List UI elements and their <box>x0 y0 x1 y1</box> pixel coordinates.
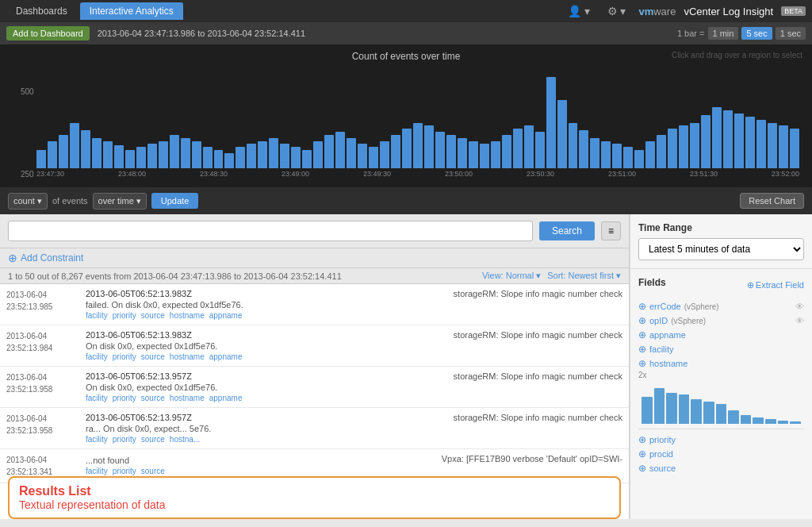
tag-link[interactable]: priority <box>113 435 136 444</box>
view-control[interactable]: View: Normal ▾ <box>482 271 541 281</box>
chart-bar <box>181 138 190 168</box>
add-to-dashboard-button[interactable]: Add to Dashboard <box>6 26 90 40</box>
sort-control[interactable]: Sort: Newest first ▾ <box>547 271 621 281</box>
tag-link[interactable]: source <box>141 311 165 320</box>
table-row[interactable]: 2013-06-0423:52:13.984 2013-06-05T06:52:… <box>0 325 629 367</box>
field-plus-icon[interactable]: ⊕ <box>638 301 646 312</box>
field-plus-icon[interactable]: ⊕ <box>638 329 646 340</box>
list-item: ⊕ hostname <box>638 356 804 371</box>
chart-bar <box>645 141 655 169</box>
bar-option-1sec[interactable]: 1 sec <box>776 27 806 40</box>
chart-bar <box>247 144 256 168</box>
table-row[interactable]: 2013-06-0423:52:13.958 2013-06-05T06:52:… <box>0 408 629 449</box>
search-button[interactable]: Search <box>539 221 595 240</box>
filter-button[interactable]: ≡ <box>601 221 621 240</box>
chart-bars[interactable] <box>33 65 802 168</box>
result-message: ...not found facilityprioritysource <box>86 454 434 478</box>
chart-bar <box>491 141 500 169</box>
result-timestamp: 2013-06-0423:52:13.958 <box>6 371 78 402</box>
nav-tab-interactive-analytics[interactable]: Interactive Analytics <box>80 2 183 20</box>
x-label: 23:50:30 <box>527 170 554 178</box>
search-input[interactable] <box>8 221 533 241</box>
result-message: 2013-06-05T06:52:13.957Z On disk 0x0, ex… <box>86 371 446 402</box>
tag-link[interactable]: facility <box>86 394 108 402</box>
chart-bar <box>48 141 57 169</box>
tag-link[interactable]: hostname <box>170 352 205 361</box>
tag-link[interactable]: appname <box>209 311 243 320</box>
bar-option-1min[interactable]: 1 min <box>708 27 739 40</box>
tag-link[interactable]: source <box>141 467 165 475</box>
tag-link[interactable]: facility <box>86 435 108 444</box>
field-plus-icon[interactable]: ⊕ <box>638 344 646 355</box>
tag-link[interactable]: facility <box>86 467 108 475</box>
chart-bar <box>679 125 688 168</box>
tag-link[interactable]: hostna... <box>170 435 200 444</box>
mini-chart-bar <box>753 417 764 424</box>
mini-chart-label: 2x <box>638 371 804 379</box>
field-name[interactable]: appname <box>649 330 686 340</box>
eye-icon[interactable]: 👁 <box>795 302 804 311</box>
field-name[interactable]: priority <box>649 435 676 444</box>
field-plus-icon[interactable]: ⊕ <box>638 315 646 326</box>
results-list[interactable]: 2013-06-0423:52:13.985 2013-06-05T06:52:… <box>0 284 629 519</box>
result-timestamp: 2013-06-0423:52:13.341 <box>6 454 78 478</box>
tag-link[interactable]: facility <box>86 311 108 320</box>
tag-link[interactable]: hostname <box>170 311 205 320</box>
tag-link[interactable]: appname <box>209 352 243 361</box>
table-row[interactable]: 2013-06-0423:52:13.985 2013-06-05T06:52:… <box>0 284 629 325</box>
tag-link[interactable]: priority <box>113 394 136 402</box>
field-name[interactable]: source <box>649 464 676 473</box>
list-item: ⊕ errCode (vSphere) 👁 <box>638 299 804 314</box>
field-plus-icon[interactable]: ⊕ <box>638 448 646 460</box>
extract-field-button[interactable]: ⊕ Extract Field <box>747 280 804 290</box>
field-name[interactable]: errCode <box>649 302 681 311</box>
tag-link[interactable]: source <box>141 394 165 402</box>
nav-tab-dashboards[interactable]: Dashboards <box>6 2 77 20</box>
msg-detail: ...not found <box>86 456 434 465</box>
chart-bar <box>147 144 157 168</box>
bar-option-5sec[interactable]: 5 sec <box>741 27 772 40</box>
field-name[interactable]: facility <box>649 344 674 354</box>
chart-bar <box>424 125 434 168</box>
tag-link[interactable]: priority <box>113 467 136 475</box>
tag-link[interactable]: source <box>141 352 165 361</box>
over-time-dropdown[interactable]: over time ▾ <box>93 193 147 210</box>
chart-bar <box>569 123 578 169</box>
table-row[interactable]: 2013-06-0423:52:13.958 2013-06-05T06:52:… <box>0 367 629 408</box>
table-row[interactable]: 2013-06-0423:52:13.341 ...not found faci… <box>0 449 629 483</box>
user-icon[interactable]: 👤 ▾ <box>563 3 595 19</box>
tag-link[interactable]: source <box>141 435 165 444</box>
tag-link[interactable]: appname <box>209 394 243 402</box>
time-range-select[interactable]: Latest 5 minutes of data <box>638 238 804 260</box>
msg-main: 2013-06-05T06:52:13.983Z <box>86 289 446 298</box>
tag-link[interactable]: priority <box>113 311 136 320</box>
chart-bar <box>745 117 755 168</box>
field-name[interactable]: procid <box>649 449 673 459</box>
chart-bar <box>369 147 378 168</box>
count-dropdown[interactable]: count ▾ <box>8 193 48 210</box>
chart-bar <box>159 141 168 169</box>
field-plus-icon[interactable]: ⊕ <box>638 434 646 445</box>
tag-link[interactable]: facility <box>86 352 108 361</box>
field-plus-icon[interactable]: ⊕ <box>638 463 646 474</box>
field-name[interactable]: opID <box>649 316 668 325</box>
tag-link[interactable]: priority <box>113 352 136 361</box>
add-constraint-label[interactable]: Add Constraint <box>21 252 83 264</box>
chart-bar <box>59 135 68 168</box>
fields-top-list: ⊕ errCode (vSphere) 👁 ⊕ opID (vSphere) 👁… <box>638 299 804 371</box>
nav-right: 👤 ▾ ⚙ ▾ vmware vCenter Log Insight BETA <box>563 3 806 19</box>
field-plus-icon[interactable]: ⊕ <box>638 358 646 369</box>
eye-icon[interactable]: 👁 <box>795 316 804 325</box>
reset-chart-button[interactable]: Reset Chart <box>740 193 804 209</box>
chart-bar <box>779 125 788 168</box>
list-item: ⊕ source <box>638 461 804 475</box>
chart-bar <box>413 123 423 169</box>
msg-detail: On disk 0x0, expected 0x1df5e76. <box>86 341 446 351</box>
update-button[interactable]: Update <box>151 193 198 209</box>
result-source: storageRM: Slope info magic number check <box>454 413 622 444</box>
chart-bar <box>224 153 234 168</box>
field-name[interactable]: hostname <box>649 359 688 368</box>
tag-link[interactable]: hostname <box>170 394 205 402</box>
gear-icon[interactable]: ⚙ ▾ <box>603 3 631 19</box>
chart-hint: Click and drag over a region to select <box>672 51 802 60</box>
